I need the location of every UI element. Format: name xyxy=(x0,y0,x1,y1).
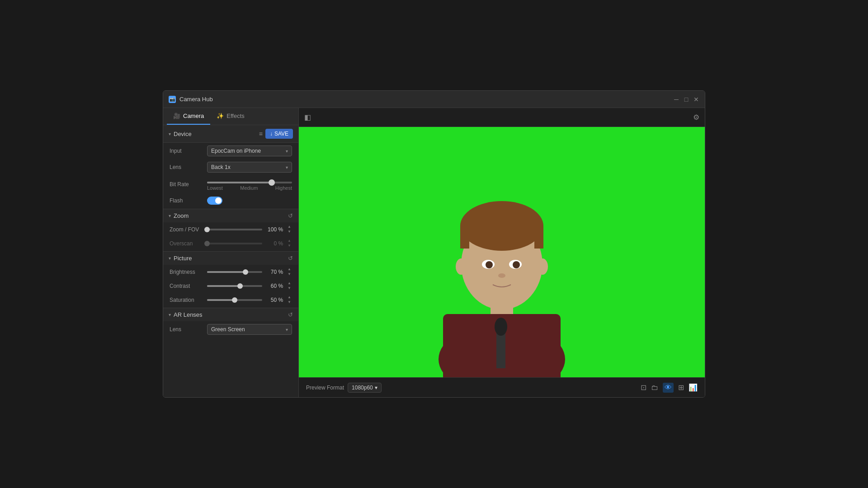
format-select[interactable]: 1080p60 ▾ xyxy=(348,383,382,393)
zoom-fov-value: 100 % xyxy=(266,226,283,233)
saturation-down-button[interactable]: ▼ xyxy=(287,300,292,305)
svg-point-15 xyxy=(495,318,507,336)
zoom-reset-icon[interactable]: ↺ xyxy=(288,212,293,219)
lens-select-box[interactable]: Back 1x ▾ xyxy=(207,162,292,173)
brightness-spinner: ▲ ▼ xyxy=(287,267,292,277)
device-section-header: ▾ Device ≡ ↓ SAVE xyxy=(163,125,298,143)
zoom-section-header[interactable]: ▾ Zoom ↺ xyxy=(163,209,298,222)
input-field-row: Input EpocCam on iPhone ▾ xyxy=(163,143,298,159)
ar-lens-select[interactable]: Green Screen ▾ xyxy=(207,324,292,335)
overscan-value: 0 % xyxy=(266,240,283,247)
zoom-fov-down-button[interactable]: ▼ xyxy=(287,230,292,234)
grid-icon[interactable]: ⊞ xyxy=(678,383,684,392)
brightness-track[interactable] xyxy=(207,271,262,273)
saturation-fill xyxy=(207,299,235,301)
tab-camera[interactable]: 🎥 Camera xyxy=(167,108,210,125)
close-button[interactable]: ✕ xyxy=(693,96,699,103)
sidebar: 🎥 Camera ✨ Effects ▾ Device ≡ ↓ xyxy=(163,108,299,397)
settings-icon[interactable]: ⚙ xyxy=(693,113,699,122)
zoom-fov-track[interactable] xyxy=(207,229,262,230)
input-select[interactable]: EpocCam on iPhone ▾ xyxy=(207,145,292,156)
bitrate-lowest-label: Lowest xyxy=(207,185,223,191)
camera-tab-label: Camera xyxy=(183,113,204,119)
overscan-track xyxy=(207,243,262,244)
contrast-thumb[interactable] xyxy=(237,283,243,289)
input-chevron-icon: ▾ xyxy=(286,149,288,154)
chart-icon[interactable]: 📊 xyxy=(689,383,698,392)
overscan-up-button: ▲ xyxy=(287,239,292,243)
zoom-fov-control: 100 % ▲ ▼ xyxy=(207,225,292,234)
title-bar-title: Camera Hub xyxy=(179,96,213,103)
input-select-box[interactable]: EpocCam on iPhone ▾ xyxy=(207,145,292,156)
eye-icon[interactable]: 👁 xyxy=(663,383,674,393)
format-chevron-icon: ▾ xyxy=(375,385,377,391)
folder-icon[interactable]: 🗀 xyxy=(651,384,658,392)
picture-collapse-icon: ▾ xyxy=(169,256,171,261)
minimize-button[interactable]: ─ xyxy=(673,96,679,103)
format-value: 1080p60 xyxy=(352,385,373,391)
flash-label: Flash xyxy=(170,197,203,204)
saturation-spinner: ▲ ▼ xyxy=(287,295,292,305)
contrast-down-button[interactable]: ▼ xyxy=(287,286,292,291)
lens-field-row: Lens Back 1x ▾ xyxy=(163,159,298,175)
lens-select[interactable]: Back 1x ▾ xyxy=(207,162,292,173)
contrast-track[interactable] xyxy=(207,285,262,287)
brightness-value: 70 % xyxy=(266,269,283,275)
contrast-up-button[interactable]: ▲ xyxy=(287,281,292,286)
bitrate-medium-label: Medium xyxy=(240,185,258,191)
bitrate-track[interactable] xyxy=(207,182,292,183)
ar-lenses-section-title: AR Lenses xyxy=(174,311,285,318)
zoom-fov-thumb[interactable] xyxy=(204,227,210,232)
maximize-button[interactable]: □ xyxy=(683,96,689,103)
save-icon: ↓ xyxy=(270,131,273,137)
brightness-thumb[interactable] xyxy=(243,269,248,275)
sort-icon[interactable]: ≡ xyxy=(259,130,263,137)
input-value: EpocCam on iPhone xyxy=(211,148,261,154)
ar-lenses-subsection: ▾ AR Lenses ↺ Lens Green Screen ▾ xyxy=(163,308,298,338)
zoom-fov-up-button[interactable]: ▲ xyxy=(287,225,292,229)
brightness-fill xyxy=(207,271,245,273)
bitrate-thumb[interactable] xyxy=(269,179,275,186)
sidebar-body: ▾ Device ≡ ↓ SAVE Input Ep xyxy=(163,125,298,397)
svg-point-12 xyxy=(456,258,467,275)
svg-point-13 xyxy=(537,258,548,275)
saturation-value: 50 % xyxy=(266,297,283,303)
bitrate-slider-container: Lowest Medium Highest xyxy=(207,178,292,191)
overscan-label: Overscan xyxy=(170,240,203,247)
brightness-down-button[interactable]: ▼ xyxy=(287,272,292,277)
save-button[interactable]: ↓ SAVE xyxy=(265,129,293,139)
ar-lens-chevron-icon: ▾ xyxy=(286,327,288,332)
brightness-up-button[interactable]: ▲ xyxy=(287,267,292,272)
camera-tab-icon: 🎥 xyxy=(173,113,180,119)
device-section-actions: ≡ ↓ SAVE xyxy=(259,129,293,139)
preview-bottom-bar: Preview Format 1080p60 ▾ ⊡ 🗀 👁 ⊞ 📊 xyxy=(299,377,705,397)
saturation-thumb[interactable] xyxy=(232,297,237,303)
bitrate-label: Bit Rate xyxy=(170,181,203,188)
picture-section-header[interactable]: ▾ Picture ↺ xyxy=(163,251,298,265)
overscan-thumb xyxy=(204,241,210,246)
flash-toggle-knob xyxy=(215,197,222,204)
ar-lens-select-box[interactable]: Green Screen ▾ xyxy=(207,324,292,335)
ar-lenses-section-header[interactable]: ▾ AR Lenses ↺ xyxy=(163,308,298,321)
content-area: 🎥 Camera ✨ Effects ▾ Device ≡ ↓ xyxy=(163,108,705,397)
contrast-value: 60 % xyxy=(266,283,283,289)
contrast-fill xyxy=(207,285,240,287)
picture-section-title: Picture xyxy=(174,255,285,262)
flash-toggle[interactable] xyxy=(207,197,222,205)
bitrate-field-row: Bit Rate Lowest Medium Highest xyxy=(163,175,298,193)
sidebar-toggle-icon[interactable]: ◧ xyxy=(304,113,311,122)
picture-reset-icon[interactable]: ↺ xyxy=(288,255,293,262)
ar-lens-label: Lens xyxy=(170,326,203,333)
saturation-up-button[interactable]: ▲ xyxy=(287,295,292,300)
brightness-label: Brightness xyxy=(170,269,203,275)
title-bar-controls: ─ □ ✕ xyxy=(673,96,699,103)
ar-lenses-reset-icon[interactable]: ↺ xyxy=(288,311,293,318)
screenshot-icon[interactable]: ⊡ xyxy=(641,383,646,392)
saturation-track[interactable] xyxy=(207,299,262,301)
app-window: 📷 Camera Hub ─ □ ✕ 🎥 Camera ✨ Effects xyxy=(163,90,705,398)
person-overlay xyxy=(416,142,588,377)
device-collapse-icon[interactable]: ▾ xyxy=(169,131,171,136)
tab-effects[interactable]: ✨ Effects xyxy=(210,108,251,125)
lens-chevron-icon: ▾ xyxy=(286,165,288,170)
zoom-fov-spinner: ▲ ▼ xyxy=(287,225,292,234)
